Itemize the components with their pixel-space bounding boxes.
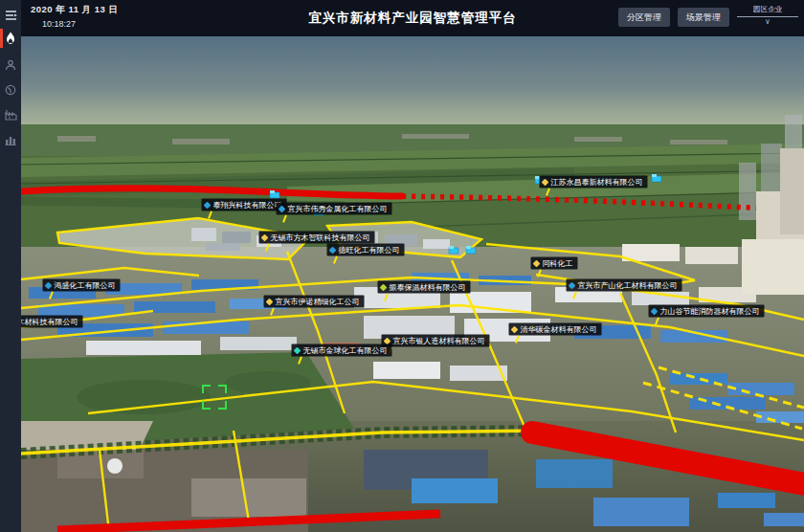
company-marker-icon bbox=[651, 307, 659, 315]
chevron-down-icon: ∨ bbox=[737, 17, 798, 27]
gauge-icon[interactable] bbox=[0, 78, 21, 101]
user-icon[interactable] bbox=[0, 54, 21, 77]
map-label[interactable]: 振泰保温材料有限公司 bbox=[378, 281, 471, 294]
map-label[interactable]: 宜兴市产山化工材料有限公司 bbox=[567, 279, 682, 292]
company-label-text: 宜兴市银人造材料有限公司 bbox=[393, 335, 485, 346]
company-marker-icon bbox=[45, 281, 53, 289]
map-label[interactable]: 江苏永昌泰新材料有限公司 bbox=[540, 176, 648, 188]
company-marker-icon bbox=[569, 281, 576, 289]
company-label-text: 德旺化工有限公司 bbox=[339, 244, 400, 255]
company-label-text: 江苏永昌泰新材料有限公司 bbox=[551, 176, 643, 188]
map-label[interactable]: 同科化工 bbox=[531, 257, 578, 270]
map-label[interactable]: 德旺化工有限公司 bbox=[327, 244, 405, 256]
company-marker-icon bbox=[533, 259, 541, 267]
company-label-text: 无锡市金球化工有限公司 bbox=[303, 344, 388, 356]
company-marker-icon bbox=[266, 298, 274, 305]
map-label[interactable]: 无锡市方木智联科技有限公司 bbox=[259, 232, 375, 244]
factory-icon[interactable] bbox=[0, 103, 21, 126]
company-label-text: 顺兴国际木材科技有限公司 bbox=[21, 316, 78, 327]
company-label-text: 振泰保温材料有限公司 bbox=[390, 281, 466, 293]
map-3d-view[interactable]: 泰翔兴科技有限公司宜兴市伟秀金属化工有限公司无锡市方木智联科技有限公司德旺化工有… bbox=[21, 36, 804, 532]
bar-chart-icon[interactable] bbox=[0, 128, 21, 151]
company-marker-icon bbox=[279, 205, 286, 212]
map-label[interactable]: 宜兴市伊诺精细化工公司 bbox=[264, 296, 365, 308]
company-label-text: 宜兴市产山化工材料有限公司 bbox=[578, 279, 678, 291]
company-marker-icon bbox=[329, 246, 337, 254]
menu-icon[interactable] bbox=[0, 4, 21, 27]
company-label-text: 清华碳金材料有限公司 bbox=[521, 323, 597, 335]
company-label-text: 无锡市方木智联科技有限公司 bbox=[271, 232, 370, 243]
scene-management-button[interactable]: 场景管理 bbox=[678, 8, 729, 27]
map-label[interactable]: 宜兴市伟秀金属化工有限公司 bbox=[277, 203, 392, 215]
company-label-text: 力山谷节能消防器材有限公司 bbox=[660, 305, 760, 317]
zone-management-button[interactable]: 分区管理 bbox=[618, 8, 670, 27]
dropdown-label: 园区企业 bbox=[737, 2, 798, 14]
map-label[interactable]: 无锡市金球化工有限公司 bbox=[292, 344, 392, 357]
company-marker-icon bbox=[261, 233, 269, 241]
sidebar bbox=[0, 0, 21, 532]
map-label[interactable]: 宜兴市银人造材料有限公司 bbox=[382, 335, 490, 347]
company-marker-icon bbox=[542, 178, 549, 186]
company-marker-icon bbox=[380, 283, 388, 291]
company-label-text: 鸿盛化工有限公司 bbox=[55, 279, 116, 291]
park-enterprise-dropdown[interactable]: 园区企业 ∨ bbox=[737, 2, 798, 31]
header-bar: 2020 年 11 月 13 日 10:18:27 宜兴市新材料产业园智慧管理平… bbox=[21, 0, 804, 36]
map-label[interactable]: 清华碳金材料有限公司 bbox=[509, 323, 602, 336]
map-label[interactable]: 顺兴国际木材科技有限公司 bbox=[21, 316, 83, 328]
selection-brackets bbox=[202, 385, 227, 410]
company-label-text: 泰翔兴科技有限公司 bbox=[213, 199, 282, 211]
company-label-text: 宜兴市伟秀金属化工有限公司 bbox=[288, 203, 388, 214]
map-label[interactable]: 力山谷节能消防器材有限公司 bbox=[649, 305, 765, 318]
smart-park-platform: 2020 年 11 月 13 日 10:18:27 宜兴市新材料产业园智慧管理平… bbox=[0, 0, 804, 532]
map-label[interactable]: 泰翔兴科技有限公司 bbox=[202, 199, 287, 211]
company-marker-icon bbox=[204, 201, 212, 209]
company-label-text: 宜兴市伊诺精细化工公司 bbox=[276, 296, 360, 307]
company-label-text: 同科化工 bbox=[543, 257, 573, 269]
company-marker-icon bbox=[294, 346, 302, 354]
map-label[interactable]: 鸿盛化工有限公司 bbox=[43, 279, 121, 292]
company-marker-icon bbox=[511, 325, 519, 333]
fire-icon[interactable] bbox=[0, 27, 21, 50]
